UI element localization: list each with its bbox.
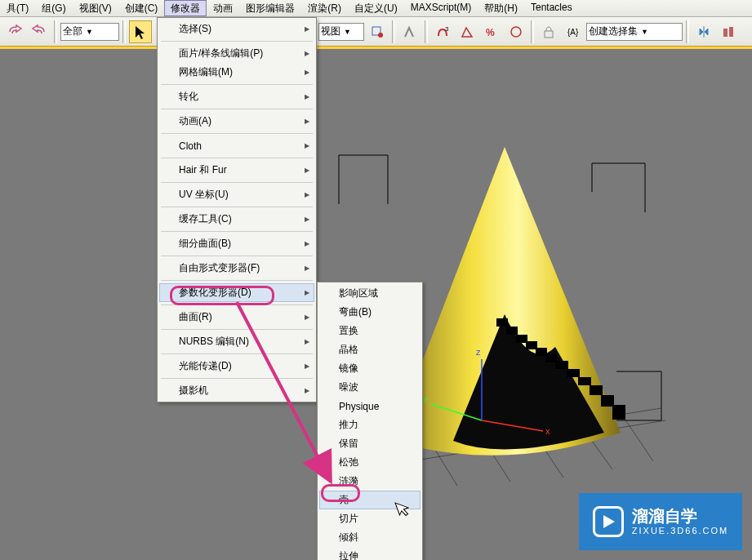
submenu-noise[interactable]: 噪波 [319, 378, 420, 397]
menu-separator [161, 231, 313, 232]
submenu-stretch[interactable]: 拉伸 [319, 547, 420, 560]
use-pivot-center-icon[interactable] [366, 20, 389, 43]
undo-icon[interactable] [3, 20, 26, 43]
toolbar-separator [54, 20, 57, 43]
dropdown-arrow-icon: ▼ [641, 28, 648, 36]
svg-rect-20 [612, 405, 625, 420]
menu-cache-tools[interactable]: 缓存工具(C) [159, 210, 314, 229]
menu-separator [161, 329, 313, 330]
submenu-skew[interactable]: 倾斜 [319, 528, 420, 547]
svg-rect-7 [723, 29, 728, 37]
dropdown-arrow-icon: ▼ [344, 28, 351, 36]
angle-snap-icon[interactable] [456, 20, 478, 43]
named-selection-label: 创建选择集 [589, 24, 638, 38]
submenu-slice[interactable]: 切片 [319, 509, 420, 528]
svg-rect-8 [729, 27, 733, 37]
menu-free-form-deformers[interactable]: 自由形式变形器(F) [159, 259, 314, 278]
svg-rect-13 [536, 348, 547, 356]
reference-coord-dropdown[interactable]: 视图▼ [318, 23, 364, 41]
svg-rect-11 [516, 335, 527, 343]
submenu-relax[interactable]: 松弛 [319, 453, 420, 472]
menu-separator [161, 207, 313, 207]
submenu-physique[interactable]: Physique [319, 397, 420, 416]
menu-subdivision-surfaces[interactable]: 细分曲面(B) [159, 234, 314, 253]
menu-modifiers[interactable]: 修改器 [164, 0, 207, 16]
menu-separator [161, 378, 313, 379]
named-selection-lock-icon[interactable] [537, 20, 560, 43]
submenu-bend[interactable]: 弯曲(B) [319, 303, 420, 322]
svg-text:y: y [423, 393, 428, 403]
menu-cameras[interactable]: 摄影机 [159, 381, 314, 400]
menu-create[interactable]: 创建(C) [118, 0, 165, 16]
submenu-preserve[interactable]: 保留 [319, 434, 420, 453]
menu-animation[interactable]: 动画 [207, 0, 239, 16]
mirror-icon[interactable] [692, 20, 715, 43]
menu-selection[interactable]: 选择(S) [159, 20, 314, 38]
percent-snap-icon[interactable]: % [480, 20, 503, 43]
menu-separator [161, 41, 313, 42]
menu-surface[interactable]: 曲面(R) [159, 308, 314, 327]
toolbar-separator [122, 20, 126, 43]
menu-uv-coordinates[interactable]: UV 坐标(U) [159, 185, 314, 204]
menu-separator [161, 109, 313, 109]
menu-hair-fur[interactable]: Hair 和 Fur [159, 161, 314, 180]
menu-parametric-deformers[interactable]: 参数化变形器(D) [159, 283, 314, 302]
svg-rect-19 [601, 395, 614, 407]
menu-separator [161, 304, 313, 305]
svg-rect-14 [545, 354, 557, 362]
select-object-tool[interactable] [129, 20, 152, 43]
submenu-push[interactable]: 推力 [319, 416, 420, 434]
reference-coord-label: 视图 [321, 24, 340, 38]
menu-help[interactable]: 帮助(H) [478, 0, 524, 16]
snap-toggle-icon[interactable]: 3 [431, 20, 454, 43]
submenu-ripple[interactable]: 涟漪 [319, 472, 420, 491]
menu-graph-editors[interactable]: 图形编辑器 [239, 0, 301, 16]
menu-rendering[interactable]: 渲染(R) [301, 0, 348, 16]
parametric-deformers-submenu: 影响区域 弯曲(B) 置换 晶格 镜像 噪波 Physique 推力 保留 松弛… [317, 282, 423, 560]
selection-filter-dropdown[interactable]: 全部▼ [60, 23, 119, 41]
svg-text:{A}: {A} [567, 28, 579, 37]
menu-customize[interactable]: 自定义(U) [348, 0, 404, 16]
watermark-logo: 溜溜自学 ZIXUE.3D66.COM [579, 493, 742, 550]
menu-tools[interactable]: 具(T) [0, 0, 35, 16]
menu-separator [161, 256, 313, 256]
svg-rect-18 [590, 385, 603, 395]
menu-mesh-editing[interactable]: 网格编辑(M) [159, 63, 314, 82]
align-icon[interactable] [717, 20, 740, 43]
named-selection-dropdown[interactable]: 创建选择集▼ [586, 23, 683, 41]
svg-rect-12 [526, 341, 537, 349]
submenu-shell[interactable]: 壳 [319, 491, 420, 509]
play-icon [593, 506, 624, 537]
select-and-manipulate-icon[interactable] [398, 20, 421, 43]
menu-maxscript[interactable]: MAXScript(M) [404, 0, 478, 16]
svg-point-1 [378, 33, 383, 38]
submenu-lattice[interactable]: 晶格 [319, 340, 420, 359]
menu-tentacles[interactable]: Tentacles [524, 0, 579, 16]
submenu-affect-region[interactable]: 影响区域 [319, 284, 420, 303]
svg-rect-16 [567, 369, 580, 377]
submenu-displace[interactable]: 置换 [319, 322, 420, 340]
menu-nurbs-editing[interactable]: NURBS 编辑(N) [159, 332, 314, 351]
dropdown-arrow-icon: ▼ [86, 28, 93, 36]
menubar: 具(T) 组(G) 视图(V) 创建(C) 修改器 动画 图形编辑器 渲染(R)… [0, 0, 752, 17]
named-selection-edit-icon[interactable]: {A} [562, 20, 585, 43]
menu-cloth[interactable]: Cloth [159, 136, 314, 155]
submenu-mirror[interactable]: 镜像 [319, 359, 420, 378]
menu-separator [161, 353, 313, 354]
toolbar-separator [425, 20, 428, 43]
menu-group[interactable]: 组(G) [35, 0, 72, 16]
svg-rect-5 [545, 31, 553, 38]
menu-view[interactable]: 视图(V) [73, 0, 118, 16]
menu-conversion[interactable]: 转化 [159, 87, 314, 106]
watermark-subtitle: ZIXUE.3D66.COM [632, 526, 728, 536]
svg-point-4 [511, 27, 521, 37]
menu-animation-modifiers[interactable]: 动画(A) [159, 112, 314, 131]
menu-separator [161, 84, 313, 85]
watermark-title: 溜溜自学 [632, 506, 728, 526]
spinner-snap-icon[interactable] [505, 20, 527, 43]
main-toolbar: 全部▼ 视图▼ 3 % {A} 创建选择集▼ [0, 17, 752, 47]
redo-icon[interactable] [28, 20, 51, 43]
menu-patch-spline[interactable]: 面片/样条线编辑(P) [159, 44, 314, 63]
menu-separator [161, 280, 313, 281]
menu-radiosity[interactable]: 光能传递(D) [159, 357, 314, 376]
